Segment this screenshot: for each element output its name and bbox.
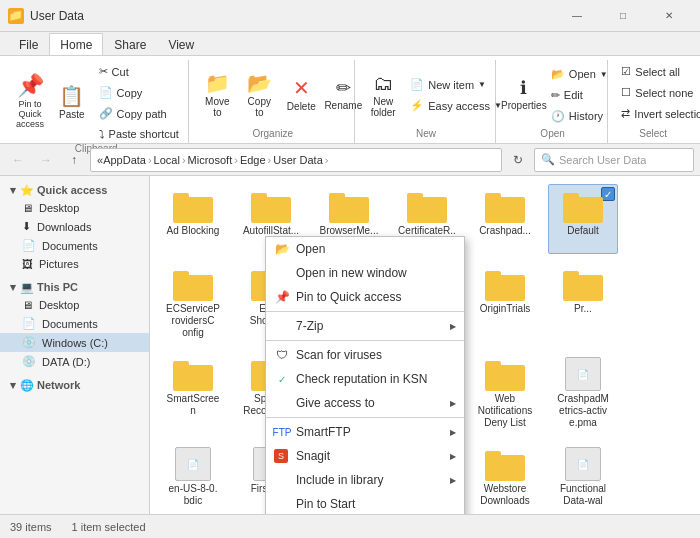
paste-button[interactable]: 📋 Paste [52, 81, 92, 125]
new-folder-label: New folder [370, 96, 396, 118]
address-bar[interactable]: « AppData › Local › Microsoft › Edge › U… [90, 148, 502, 172]
pin-to-quick-button[interactable]: 📌 Pin to Quick access [10, 72, 50, 134]
maximize-button[interactable]: □ [600, 0, 646, 32]
copy-icon: 📄 [99, 86, 113, 99]
delete-button[interactable]: ✕ Delete [281, 64, 321, 126]
sidebar-item-documents[interactable]: 📄 Documents [0, 236, 149, 255]
move-to-button[interactable]: 📁 Move to [197, 64, 237, 126]
list-item[interactable]: Webstore Downloads [470, 442, 540, 514]
delete-label: Delete [287, 101, 316, 112]
paste-shortcut-button[interactable]: ⤵ Paste shortcut [94, 125, 184, 143]
open-buttons: ℹ Properties 📂 Open ▼ ✏ Edit 🕐 History [504, 62, 602, 128]
invert-selection-button[interactable]: ⇄ Invert selection [616, 104, 690, 123]
breadcrumb-userdata[interactable]: User Data [273, 154, 323, 166]
easy-access-icon: ⚡ [410, 99, 424, 112]
folder-icon [173, 357, 213, 391]
sidebar-item-data-d[interactable]: 💿 DATA (D:) [0, 352, 149, 371]
open-label: Open [569, 68, 596, 80]
file-icon: 📄 [565, 447, 601, 481]
selected-count: 1 item selected [72, 521, 146, 533]
paste-label: Paste [59, 109, 85, 120]
forward-button[interactable]: → [34, 148, 58, 172]
up-button[interactable]: ↑ [62, 148, 86, 172]
new-col: 📄 New item ▼ ⚡ Easy access ▼ [405, 75, 507, 115]
select-none-button[interactable]: ☐ Select none [616, 83, 690, 102]
ctx-scan-virus[interactable]: 🛡 Scan for viruses [266, 343, 464, 367]
edit-button[interactable]: ✏ Edit [546, 86, 613, 105]
list-item[interactable]: 📄 en-US-8-0. bdic [158, 442, 228, 514]
copy-label: Copy [117, 87, 143, 99]
sidebar-item-downloads[interactable]: ⬇ Downloads [0, 217, 149, 236]
breadcrumb-microsoft[interactable]: Microsoft [188, 154, 233, 166]
properties-button[interactable]: ℹ Properties [504, 64, 544, 126]
ctx-open-new-window[interactable]: Open in new window [266, 261, 464, 285]
file-label: Webstore Downloads [475, 483, 535, 507]
list-item[interactable]: Ad Blocking [158, 184, 228, 254]
select-all-button[interactable]: ☑ Select all [616, 62, 690, 81]
file-label: en-US-8-0. bdic [163, 483, 223, 507]
sidebar-item-pc-desktop[interactable]: 🖥 Desktop [0, 296, 149, 314]
quickaccess-label: ⭐ Quick access [20, 184, 107, 197]
file-label: Web Notifications Deny List [475, 393, 535, 429]
ctx-sep-3 [266, 417, 464, 418]
tab-view[interactable]: View [157, 33, 205, 55]
sidebar-item-pc-documents[interactable]: 📄 Documents [0, 314, 149, 333]
new-folder-button[interactable]: 🗂 New folder [363, 64, 403, 126]
ctx-include-library[interactable]: Include in library [266, 468, 464, 492]
ctx-smartftp[interactable]: FTP SmartFTP [266, 420, 464, 444]
search-box[interactable]: 🔍 Search User Data [534, 148, 694, 172]
sidebar-header-network[interactable]: ▾ 🌐 Network [0, 375, 149, 394]
new-folder-icon: 🗂 [373, 73, 393, 93]
list-item[interactable]: SmartScree n [158, 352, 228, 434]
open-button[interactable]: 📂 Open ▼ [546, 65, 613, 84]
sidebar-item-pictures[interactable]: 🖼 Pictures [0, 255, 149, 273]
new-item-button[interactable]: 📄 New item ▼ [405, 75, 507, 94]
list-item[interactable]: Crashpad... [470, 184, 540, 254]
history-button[interactable]: 🕐 History [546, 107, 613, 126]
tab-home[interactable]: Home [49, 33, 103, 55]
select-none-icon: ☐ [621, 86, 631, 99]
list-item[interactable]: Pr... [548, 262, 618, 344]
ctx-snagit[interactable]: S Snagit [266, 444, 464, 468]
list-item[interactable]: 📄 CrashpadM etrics-activ e.pma [548, 352, 618, 434]
copy-button[interactable]: 📄 Copy [94, 83, 184, 102]
collapse-icon-pc: ▾ [10, 281, 16, 294]
breadcrumb-edge[interactable]: Edge [240, 154, 266, 166]
ctx-pin-quick[interactable]: 📌 Pin to Quick access [266, 285, 464, 309]
list-item-default[interactable]: ✓ Default [548, 184, 618, 254]
sidebar-item-windows-c[interactable]: 💿 Windows (C:) [0, 333, 149, 352]
copy-path-button[interactable]: 🔗 Copy path [94, 104, 184, 123]
back-button[interactable]: ← [6, 148, 30, 172]
tab-share[interactable]: Share [103, 33, 157, 55]
sidebar-header-thispc[interactable]: ▾ 💻 This PC [0, 277, 149, 296]
ctx-pin-start[interactable]: Pin to Start [266, 492, 464, 514]
cut-button[interactable]: ✂ Cut [94, 62, 184, 81]
title-bar: 📁 User Data — □ ✕ [0, 0, 700, 32]
easy-access-button[interactable]: ⚡ Easy access ▼ [405, 96, 507, 115]
breadcrumb-appdata[interactable]: AppData [103, 154, 146, 166]
list-item[interactable]: OriginTrials [470, 262, 540, 344]
sidebar-item-desktop[interactable]: 🖥 Desktop [0, 199, 149, 217]
ctx-7zip[interactable]: 7-Zip [266, 314, 464, 338]
ctx-open[interactable]: 📂 Open [266, 237, 464, 261]
list-item[interactable]: Web Notifications Deny List [470, 352, 540, 434]
folder-icon [485, 447, 525, 481]
copy-path-label: Copy path [117, 108, 167, 120]
copy-to-button[interactable]: 📂 Copy to [239, 64, 279, 126]
close-button[interactable]: ✕ [646, 0, 692, 32]
file-label: Pr... [574, 303, 592, 315]
pin-icon: 📌 [274, 289, 290, 305]
ctx-check-rep[interactable]: ✓ Check reputation in KSN [266, 367, 464, 391]
tab-file[interactable]: File [8, 33, 49, 55]
pc-desktop-icon: 🖥 [22, 299, 33, 311]
ctx-give-access[interactable]: Give access to [266, 391, 464, 415]
minimize-button[interactable]: — [554, 0, 600, 32]
sidebar-header-quickaccess[interactable]: ▾ ⭐ Quick access [0, 180, 149, 199]
list-item[interactable]: ECServiceP rovidersC onfig [158, 262, 228, 344]
pictures-icon: 🖼 [22, 258, 33, 270]
breadcrumb-local[interactable]: Local [154, 154, 180, 166]
list-item[interactable]: 📄 Functional Data-wal [548, 442, 618, 514]
refresh-button[interactable]: ↻ [506, 148, 530, 172]
file-label: Functional Data-wal [553, 483, 613, 507]
check-icon: ✓ [274, 371, 290, 387]
